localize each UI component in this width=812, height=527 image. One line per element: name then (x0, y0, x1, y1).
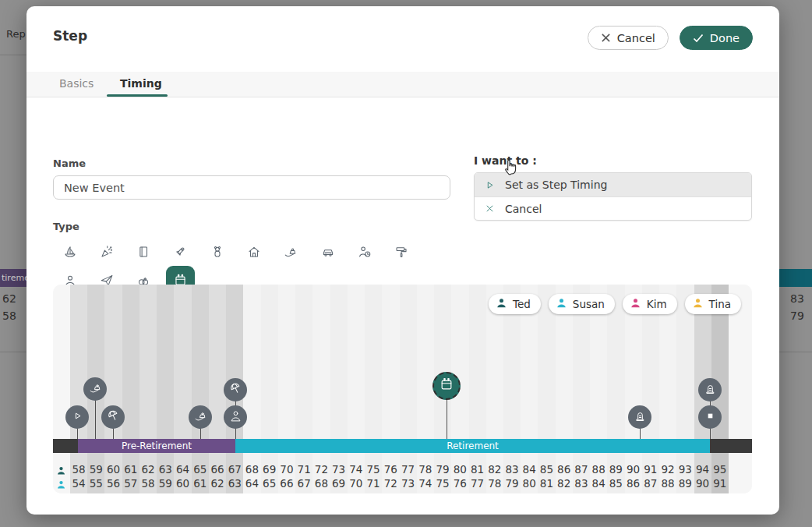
phase-band-label: Pre-Retirement (122, 440, 192, 451)
age-value: 74 (417, 476, 434, 490)
stop-marker[interactable] (698, 405, 722, 429)
age-value: 87 (642, 476, 659, 490)
age-value: 57 (122, 476, 139, 490)
background-left-number-2: 58 (2, 307, 16, 324)
name-input[interactable] (53, 175, 450, 200)
name-label: Name (53, 157, 86, 169)
age-value: 95 (711, 462, 729, 476)
play-marker[interactable] (65, 405, 89, 429)
tombstone-icon (634, 409, 647, 426)
timeline-panel: Pre-RetirementRetirement Ted Susan Kim T… (53, 285, 752, 493)
age-row-1: 5859606162636465666768697071727374757677… (53, 462, 752, 476)
type-person-clock-button[interactable] (346, 236, 383, 267)
age-value: 59 (87, 462, 104, 476)
background-right-band (779, 269, 812, 287)
type-party-popper-button[interactable] (88, 236, 125, 267)
type-rocket-button[interactable] (162, 236, 199, 267)
age-value: 64 (243, 476, 260, 490)
age-value: 88 (590, 462, 607, 476)
person-clock-icon (358, 245, 372, 259)
type-home-button[interactable] (235, 236, 272, 267)
age-value: 64 (174, 462, 191, 476)
tombstone-marker[interactable] (628, 405, 651, 429)
age-value: 71 (365, 476, 382, 490)
person-icon (692, 297, 704, 311)
age-value: 73 (399, 476, 416, 490)
age-value: 89 (607, 462, 624, 476)
age-value: 82 (556, 476, 573, 490)
age-value: 85 (607, 476, 624, 490)
type-label: Type (53, 221, 79, 232)
type-teddy-bear-button[interactable] (199, 236, 235, 267)
play-outline-icon (484, 179, 496, 191)
person-badge-label: Tina (709, 298, 731, 310)
person-marker[interactable] (224, 405, 247, 429)
age-value: 90 (625, 462, 642, 476)
active-tab-indicator (107, 94, 168, 97)
person-badge-susan[interactable]: Susan (549, 294, 615, 314)
tombstone-marker[interactable] (698, 378, 722, 401)
age-value: 77 (399, 462, 416, 476)
age-value: 93 (676, 462, 694, 476)
cancel-button[interactable]: Cancel (588, 26, 669, 50)
age-value: 85 (538, 462, 555, 476)
paint-roller-icon (394, 245, 408, 259)
menu-item-set-as-step-timing[interactable]: Set as Step Timing (475, 173, 751, 196)
age-value: 74 (348, 462, 365, 476)
age-value: 68 (243, 462, 260, 476)
age-value: 87 (573, 462, 590, 476)
type-book-button[interactable] (125, 236, 162, 267)
type-hand-gift-button[interactable] (273, 236, 309, 267)
age-value: 55 (87, 476, 104, 490)
age-value: 75 (365, 462, 382, 476)
type-car-button[interactable] (309, 236, 346, 267)
background-breadcrumb-text: Rep (6, 28, 26, 40)
person-icon (556, 297, 567, 311)
phase-band-retirement: Retirement (235, 439, 710, 453)
age-value: 91 (711, 476, 729, 490)
person-icon (229, 409, 242, 426)
age-value: 67 (226, 462, 243, 476)
age-value: 71 (295, 462, 312, 476)
age-value: 56 (104, 476, 122, 490)
age-value: 63 (226, 476, 243, 490)
age-value: 90 (694, 476, 711, 490)
hand-gift-marker[interactable] (189, 405, 212, 429)
person-badge-tina[interactable]: Tina (685, 294, 741, 314)
tombstone-icon (704, 382, 717, 398)
umbrella-marker[interactable] (224, 378, 247, 401)
type-sailboat-button[interactable] (51, 236, 88, 267)
tab-bar: Basics Timing (26, 72, 779, 97)
age-row-2: 5455565758596061626364656667686970717273… (53, 476, 752, 490)
person-badge-kim[interactable]: Kim (623, 294, 677, 314)
age-value: 61 (122, 462, 139, 476)
hand-gift-marker[interactable] (83, 377, 107, 401)
people-badges: Ted Susan Kim Tina (489, 294, 741, 314)
age-value: 69 (261, 462, 278, 476)
done-button[interactable]: Done (680, 26, 753, 50)
cancel-button-label: Cancel (617, 32, 655, 44)
home-icon (247, 245, 261, 259)
age-value: 78 (486, 476, 503, 490)
age-value: 94 (694, 462, 711, 476)
tab-basics[interactable]: Basics (45, 72, 108, 97)
age-value: 68 (312, 476, 330, 490)
type-paint-roller-button[interactable] (383, 236, 420, 267)
age-value: 72 (382, 476, 399, 490)
person-badge-ted[interactable]: Ted (489, 294, 541, 314)
phase-band-pre-retirement: Pre-Retirement (78, 439, 235, 453)
background-divider (779, 352, 812, 352)
age-value: 66 (209, 462, 226, 476)
background-left-number-1: 62 (2, 290, 16, 307)
check-icon (693, 34, 704, 43)
umbrella-marker[interactable] (101, 405, 125, 429)
age-value: 91 (642, 462, 659, 476)
menu-item-label: Set as Step Timing (505, 179, 607, 191)
age-value: 65 (192, 462, 209, 476)
calendar-marker[interactable] (432, 372, 461, 400)
car-icon (321, 245, 335, 259)
age-value: 60 (174, 476, 191, 490)
age-value: 88 (659, 476, 676, 490)
age-value: 75 (434, 476, 451, 490)
menu-item-cancel[interactable]: Cancel (475, 196, 751, 220)
